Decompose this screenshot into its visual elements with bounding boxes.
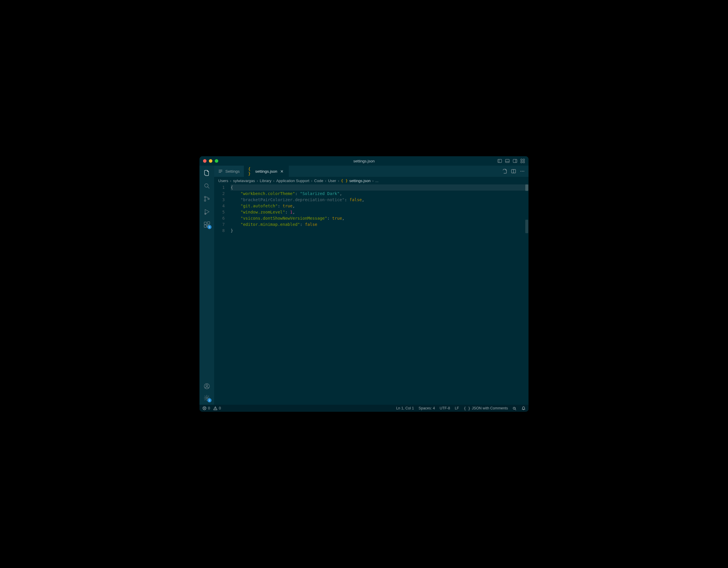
open-changes-icon[interactable]	[502, 169, 507, 174]
json-braces-icon: { }	[464, 406, 470, 410]
svg-point-29	[522, 171, 523, 172]
svg-point-28	[521, 171, 521, 172]
eol-status[interactable]: LF	[455, 406, 459, 410]
toggle-panel-icon[interactable]	[505, 159, 510, 163]
svg-rect-9	[523, 162, 525, 163]
editor-group: Settings { } settings.json Users	[214, 166, 529, 405]
svg-rect-8	[521, 162, 522, 163]
window-title: settings.json	[353, 159, 375, 163]
manage-badge: 1	[207, 398, 212, 402]
svg-rect-0	[498, 160, 502, 163]
source-control-icon[interactable]	[203, 195, 211, 203]
warning-count: 0	[219, 406, 221, 410]
svg-rect-16	[204, 222, 207, 225]
svg-rect-4	[513, 160, 517, 163]
chevron-right-icon: ›	[273, 179, 274, 183]
extensions-badge: 1	[207, 225, 212, 229]
svg-rect-19	[207, 222, 210, 224]
toggle-secondary-sidebar-icon[interactable]	[513, 159, 517, 163]
split-editor-icon[interactable]	[511, 169, 516, 174]
svg-line-11	[208, 187, 209, 188]
scrollbar-track[interactable]	[525, 185, 529, 405]
tab-settings[interactable]: Settings	[214, 166, 244, 177]
status-bar: 0 0 Ln 1, Col 1 Spaces: 4 UTF-8 LF { } J…	[199, 405, 529, 412]
feedback-icon[interactable]	[513, 406, 517, 410]
indentation-status[interactable]: Spaces: 4	[419, 406, 435, 410]
error-count: 0	[208, 406, 210, 410]
json-braces-icon: { }	[248, 169, 253, 174]
crumb[interactable]: Application Support	[276, 179, 309, 183]
chevron-right-icon: ›	[325, 179, 326, 183]
layout-controls	[497, 159, 529, 163]
close-tab-icon[interactable]	[280, 169, 284, 174]
svg-point-33	[215, 409, 216, 410]
crumb[interactable]: User	[328, 179, 336, 183]
line-gutter: 12345678	[214, 185, 231, 405]
chevron-right-icon: ›	[311, 179, 312, 183]
crumb[interactable]: sylwiavargas	[233, 179, 255, 183]
search-icon[interactable]	[203, 182, 211, 190]
tab-label: Settings	[225, 169, 240, 174]
scrollbar-thumb[interactable]	[525, 185, 528, 191]
customize-layout-icon[interactable]	[520, 159, 525, 163]
crumb-file[interactable]: { } settings.json	[341, 179, 370, 183]
chevron-right-icon: ›	[230, 179, 231, 183]
accounts-icon[interactable]	[203, 382, 211, 390]
svg-point-13	[204, 200, 206, 202]
svg-rect-17	[204, 225, 207, 227]
traffic-lights	[199, 159, 218, 163]
language-mode[interactable]: { } JSON with Comments	[464, 406, 508, 410]
more-actions-icon[interactable]	[520, 169, 525, 174]
toggle-primary-sidebar-icon[interactable]	[497, 159, 502, 163]
svg-point-25	[219, 172, 219, 173]
svg-rect-7	[523, 159, 525, 161]
chevron-right-icon: ›	[338, 179, 339, 183]
minimize-window-button[interactable]	[209, 159, 212, 163]
crumb[interactable]: Library	[260, 179, 271, 183]
settings-list-icon	[218, 169, 223, 174]
title-bar: settings.json	[199, 156, 529, 166]
run-debug-icon[interactable]	[203, 208, 211, 216]
manage-icon[interactable]: 1	[203, 394, 211, 402]
problems-status[interactable]: 0 0	[202, 406, 221, 410]
json-braces-icon: { }	[341, 179, 348, 183]
code-editor[interactable]: 12345678 { "workbench.colorTheme": "Sola…	[214, 185, 529, 405]
chevron-right-icon: ›	[257, 179, 258, 183]
close-window-button[interactable]	[203, 159, 207, 163]
svg-rect-2	[506, 160, 509, 163]
crumb[interactable]: Code	[314, 179, 323, 183]
svg-rect-6	[521, 159, 522, 161]
svg-point-24	[219, 171, 219, 172]
tab-label: settings.json	[255, 169, 277, 174]
svg-point-23	[219, 170, 219, 170]
notifications-icon[interactable]	[521, 406, 526, 410]
explorer-icon[interactable]	[203, 169, 211, 177]
tab-settings-json[interactable]: { } settings.json	[244, 166, 289, 177]
editor-tabs: Settings { } settings.json	[214, 166, 529, 177]
chevron-right-icon: ›	[372, 179, 373, 183]
cursor-position[interactable]: Ln 1, Col 1	[396, 406, 414, 410]
maximize-window-button[interactable]	[215, 159, 218, 163]
overview-ruler-mark	[525, 220, 528, 233]
vscode-window: settings.json	[199, 156, 529, 412]
crumb[interactable]: Users	[218, 179, 228, 183]
extensions-icon[interactable]: 1	[203, 221, 211, 229]
breadcrumb[interactable]: Users › sylwiavargas › Library › Applica…	[214, 177, 529, 185]
code-content[interactable]: { "workbench.colorTheme": "Solarized Dar…	[231, 185, 529, 405]
svg-point-21	[206, 385, 208, 386]
svg-point-22	[206, 397, 208, 399]
svg-point-30	[524, 171, 524, 172]
activity-bar: 1 1	[199, 166, 214, 405]
crumb-trailing[interactable]: ...	[375, 179, 379, 183]
encoding-status[interactable]: UTF-8	[440, 406, 450, 410]
